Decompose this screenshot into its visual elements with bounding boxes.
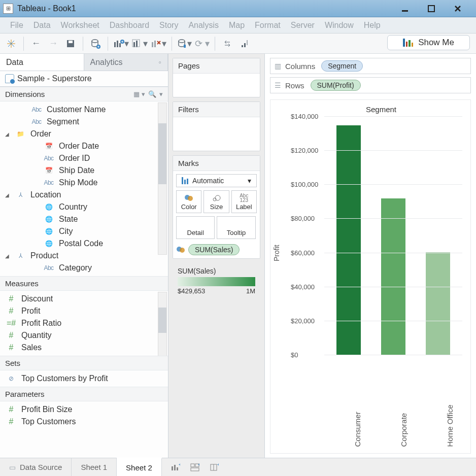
chart-area[interactable]: Segment Profit $0$20,000$40,000$60,000$8… (270, 99, 471, 454)
marks-size[interactable]: Size (203, 190, 229, 213)
minimize-button[interactable] (398, 4, 412, 14)
rows-pill-sum-profit[interactable]: SUM(Profit) (311, 80, 361, 91)
bar-chart-icon (182, 177, 188, 184)
svg-rect-11 (117, 41, 118, 47)
data-pane: Data Analytics◦ Sample - Superstore Dime… (0, 54, 168, 458)
sort-asc-button[interactable] (237, 37, 252, 51)
field-state[interactable]: 🌐State (3, 213, 168, 225)
pages-card[interactable]: Pages (173, 58, 260, 97)
marks-color[interactable]: Color (176, 190, 201, 213)
tab-sheet-1[interactable]: Sheet 1 (72, 458, 117, 476)
parameters-header: Parameters (0, 387, 168, 401)
menu-server[interactable]: Server (288, 20, 318, 31)
refresh-button[interactable]: ⟳ ▾ (195, 37, 210, 51)
field-country[interactable]: 🌐Country (3, 201, 168, 213)
menu-file[interactable]: File (7, 20, 26, 31)
tab-analytics[interactable]: Analytics◦ (84, 54, 168, 71)
menu-map[interactable]: Map (226, 20, 248, 31)
show-me-button[interactable]: Show Me (387, 35, 470, 50)
search-icon[interactable]: 🔍 (148, 90, 156, 98)
folder-product[interactable]: ◢⅄Product (3, 250, 168, 262)
datasource-item[interactable]: Sample - Superstore (0, 71, 168, 87)
menu-data[interactable]: Data (30, 20, 54, 31)
field-sales[interactable]: #Sales (3, 342, 168, 354)
columns-shelf[interactable]: ▥Columns Segment (270, 58, 471, 74)
field-category[interactable]: AbcCategory (3, 262, 168, 274)
set-top-customers[interactable]: ⊘Top Customers by Profit (3, 372, 168, 385)
param-profit-bin[interactable]: #Profit Bin Size (3, 403, 168, 416)
x-label: Corporate (379, 423, 407, 447)
show-me-label: Show Me (418, 38, 454, 48)
menu-worksheet[interactable]: Worksheet (58, 20, 103, 31)
swap-button[interactable] (220, 37, 234, 51)
x-label: Home Office (425, 423, 454, 447)
param-top-customers[interactable]: #Top Customers (3, 416, 168, 428)
field-ship-mode[interactable]: AbcShip Mode (3, 177, 168, 189)
bar-corporate[interactable] (381, 198, 405, 355)
globe-icon: 🌐 (43, 203, 55, 211)
menu-help[interactable]: Help (361, 20, 384, 31)
svg-point-8 (92, 40, 98, 43)
field-order-id[interactable]: AbcOrder ID (3, 152, 168, 164)
field-city[interactable]: 🌐City (3, 225, 168, 237)
filters-card[interactable]: Filters (173, 101, 260, 151)
clear-sheet-button[interactable]: ▾ (151, 37, 166, 51)
menu-story[interactable]: Story (156, 20, 181, 31)
menu-icon[interactable]: ▾ (159, 90, 163, 98)
field-profit-ratio[interactable]: =#Profit Ratio (3, 317, 168, 329)
tab-data[interactable]: Data (0, 54, 84, 71)
field-postal-code[interactable]: 🌐Postal Code (3, 237, 168, 250)
color-legend[interactable]: SUM(Sales) $429,6531M (173, 263, 260, 299)
menu-format[interactable]: Format (252, 20, 284, 31)
new-story-icon[interactable]: + (210, 463, 219, 471)
date-icon: 📅 (43, 167, 55, 174)
marks-detail[interactable]: Detail (176, 216, 215, 239)
app-icon: ⊞ (3, 4, 13, 14)
maximize-button[interactable] (424, 4, 438, 14)
folder-location[interactable]: ◢⅄Location (3, 189, 168, 201)
field-discount[interactable]: #Discount (3, 293, 168, 305)
menu-dashboard[interactable]: Dashboard (107, 20, 152, 31)
menu-analysis[interactable]: Analysis (185, 20, 222, 31)
color-pill-sum-sales[interactable]: SUM(Sales) (188, 244, 240, 255)
hierarchy-icon: ⅄ (14, 252, 26, 259)
scrollbar[interactable] (158, 103, 167, 255)
svg-rect-12 (119, 43, 121, 47)
field-quantity[interactable]: #Quantity (3, 329, 168, 342)
field-ship-date[interactable]: 📅Ship Date (3, 164, 168, 177)
datasource-name: Sample - Superstore (17, 74, 92, 83)
folder-order[interactable]: ◢📁Order (3, 128, 168, 140)
svg-rect-7 (69, 41, 73, 43)
scrollbar[interactable] (158, 292, 167, 356)
field-order-date[interactable]: 📅Order Date (3, 140, 168, 152)
field-profit[interactable]: #Profit (3, 305, 168, 317)
marks-tooltip[interactable]: Tooltip (217, 216, 255, 239)
new-worksheet-icon[interactable]: + (171, 463, 180, 471)
new-datasource-button[interactable] (88, 37, 103, 51)
svg-rect-22 (244, 43, 246, 47)
bar-home-office[interactable] (426, 252, 450, 355)
measures-header: Measures (0, 276, 168, 291)
field-customer-name[interactable]: AbcCustomer Name (3, 104, 168, 116)
marks-label[interactable]: Abc123Label (231, 190, 257, 213)
rows-shelf[interactable]: ☰Rows SUM(Profit) (270, 77, 471, 93)
field-segment[interactable]: AbcSegment (3, 116, 168, 128)
duplicate-sheet-button[interactable]: ▾ (132, 37, 148, 51)
tableau-logo-icon[interactable] (4, 37, 18, 51)
sheet-tabs: ▭Data Source Sheet 1 Sheet 2 + + + (0, 458, 476, 476)
columns-pill-segment[interactable]: Segment (321, 60, 363, 72)
save-button[interactable] (63, 37, 78, 51)
auto-update-button[interactable]: ▾ (177, 37, 192, 51)
view-toggle-icon[interactable]: ▦ ▾ (133, 90, 145, 98)
tab-sheet-2[interactable]: Sheet 2 (117, 458, 162, 476)
tab-data-source[interactable]: ▭Data Source (0, 458, 72, 476)
new-dashboard-icon[interactable]: + (190, 463, 199, 471)
menu-window[interactable]: Window (322, 20, 357, 31)
color-encoding-icon (176, 245, 185, 254)
forward-button[interactable]: → (46, 37, 60, 51)
viz-pane: ▥Columns Segment ☰Rows SUM(Profit) Segme… (265, 54, 476, 458)
close-button[interactable] (451, 4, 465, 14)
new-worksheet-button[interactable]: ▾ (113, 37, 129, 51)
marks-type-select[interactable]: Automatic▾ (176, 174, 257, 187)
back-button[interactable]: ← (29, 37, 43, 51)
